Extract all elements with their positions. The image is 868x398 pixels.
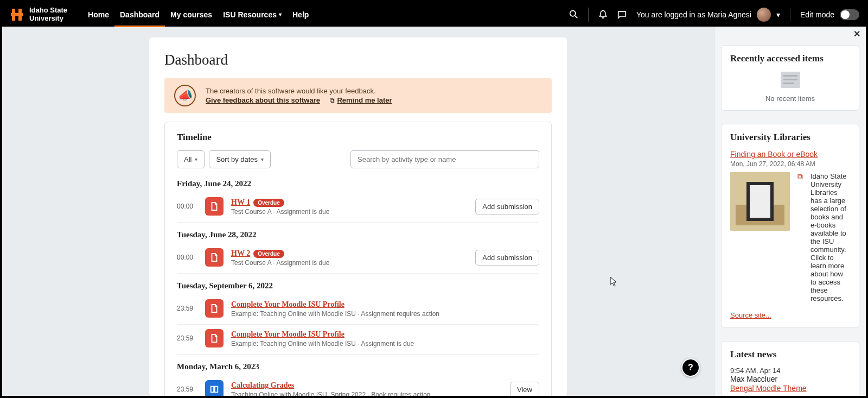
day-header: Monday, March 6, 2023	[177, 362, 539, 371]
activity-time: 23:59	[177, 334, 197, 342]
add-submission-button[interactable]: Add submission	[475, 250, 539, 266]
activity-subtext: Example: Teaching Online with Moodle ISU…	[231, 340, 539, 348]
filter-dropdown[interactable]: All ▾	[177, 150, 205, 168]
external-link-icon: ⧉	[330, 97, 335, 104]
timeline-block: Timeline All ▾ Sort by dates ▾ Friday, J…	[164, 122, 552, 396]
assignment-icon	[205, 248, 224, 267]
dashboard-card: Dashboard 📣 The creators of this softwar…	[149, 37, 567, 396]
chevron-down-icon: ▾	[261, 156, 264, 162]
brand-mark-icon	[9, 7, 25, 23]
nav-help[interactable]: Help	[287, 2, 314, 27]
activity-row: 00:00HW 1OverdueTest Course A · Assignme…	[177, 193, 539, 223]
nav-my-courses[interactable]: My courses	[165, 2, 218, 27]
activity-time: 00:00	[177, 203, 197, 210]
activity-body: HW 1OverdueTest Course A · Assignment is…	[231, 197, 468, 216]
topbar-right: You are logged in as Maria Agnesi ▾ Edit…	[569, 8, 859, 22]
close-icon[interactable]: ✕	[853, 29, 860, 39]
libraries-title: University Libraries	[730, 132, 850, 143]
activity-row: 23:59Complete Your Moodle ISU ProfileExa…	[177, 295, 539, 325]
latest-news-block: Latest news 9:54 AM, Apr 14 Max Maccluer…	[721, 341, 859, 396]
chevron-down-icon: ▾	[279, 11, 282, 17]
toggle-switch[interactable]	[840, 9, 859, 20]
recently-accessed-block: Recently accessed items No recent items	[721, 45, 859, 111]
scrollbar[interactable]	[714, 27, 714, 222]
remind-later-link[interactable]: Remind me later	[337, 96, 392, 104]
feedback-link[interactable]: Give feedback about this software	[206, 96, 320, 104]
help-fab[interactable]: ?	[681, 358, 700, 377]
activity-title-link[interactable]: HW 2	[231, 249, 250, 257]
edit-mode-label: Edit mode	[800, 10, 834, 19]
svg-point-3	[570, 11, 576, 16]
main-region: Dashboard 📣 The creators of this softwar…	[2, 27, 714, 396]
right-sidebar: ✕ Recently accessed items No recent item…	[714, 27, 866, 396]
sort-label: Sort by dates	[216, 155, 258, 163]
library-article-date: Mon, Jun 27, 2022, 06:48 AM	[730, 160, 850, 168]
news-headline-link[interactable]: Bengal Moodle Theme	[730, 384, 807, 393]
user-menu[interactable]: You are logged in as Maria Agnesi ▾	[636, 8, 780, 22]
search-icon[interactable]	[569, 10, 578, 19]
book-icon	[205, 380, 224, 396]
activity-time: 23:59	[177, 305, 197, 312]
day-header: Tuesday, September 6, 2022	[177, 281, 539, 290]
banner-text: The creators of this software would like…	[206, 87, 400, 95]
bell-icon[interactable]	[598, 10, 608, 19]
library-body: Idaho State University Libraries has a l…	[810, 172, 850, 302]
login-status: You are logged in as Maria Agnesi	[636, 10, 751, 19]
activity-body: Calculating GradesTeaching Online with M…	[231, 380, 502, 396]
timeline-title: Timeline	[177, 132, 539, 143]
news-time: 9:54 AM, Apr 14	[730, 367, 850, 375]
divider	[790, 8, 790, 22]
activity-title-link[interactable]: Complete Your Moodle ISU Profile	[231, 300, 344, 308]
activity-subtext: Test Course A · Assignment is due	[231, 259, 468, 267]
activity-title-link[interactable]: Complete Your Moodle ISU Profile	[231, 330, 344, 338]
svg-rect-12	[750, 185, 770, 218]
recent-empty: No recent items	[730, 94, 850, 103]
view-button[interactable]: View	[510, 382, 539, 396]
avatar	[757, 8, 771, 22]
activity-title-link[interactable]: Calculating Grades	[231, 381, 294, 389]
svg-rect-7	[783, 79, 797, 80]
svg-rect-8	[783, 83, 794, 84]
activity-subtext: Test Course A · Assignment is due	[231, 208, 468, 216]
edit-mode-toggle[interactable]: Edit mode	[800, 9, 859, 20]
topbar: Idaho StateUniversity Home Dashboard My …	[2, 2, 866, 27]
libraries-block: University Libraries Finding an Book or …	[721, 124, 859, 328]
news-author: Max Maccluer	[730, 375, 850, 383]
external-link-icon[interactable]: ⧉	[797, 172, 803, 181]
activity-row: 23:59Complete Your Moodle ISU ProfileExa…	[177, 325, 539, 355]
page-title: Dashboard	[164, 52, 552, 68]
nav-dashboard[interactable]: Dashboard	[114, 2, 165, 27]
library-article-link[interactable]: Finding an Book or eBook	[730, 150, 818, 159]
day-header: Tuesday, June 28, 2022	[177, 230, 539, 239]
search-input[interactable]	[350, 150, 539, 168]
activity-body: HW 2OverdueTest Course A · Assignment is…	[231, 248, 468, 267]
activity-row: 00:00HW 2OverdueTest Course A · Assignme…	[177, 244, 539, 274]
brand-name: Idaho StateUniversity	[29, 7, 67, 22]
divider	[588, 8, 589, 22]
chevron-down-icon: ▾	[776, 10, 780, 19]
chevron-down-icon: ▾	[195, 156, 197, 162]
sort-dropdown[interactable]: Sort by dates ▾	[209, 150, 271, 168]
library-thumbnail	[730, 172, 790, 231]
activity-subtext: Teaching Online with Moodle ISU, Spring …	[231, 391, 502, 396]
recent-title: Recently accessed items	[730, 53, 850, 64]
brand-logo[interactable]: Idaho StateUniversity	[9, 7, 67, 23]
nav-isu-resources[interactable]: ISU Resources▾	[218, 2, 287, 27]
overdue-badge: Overdue	[253, 199, 284, 207]
day-header: Friday, June 24, 2022	[177, 179, 539, 188]
nav-home[interactable]: Home	[82, 2, 114, 27]
assignment-icon	[205, 197, 224, 216]
timeline-list: Friday, June 24, 202200:00HW 1OverdueTes…	[177, 179, 539, 396]
timeline-controls: All ▾ Sort by dates ▾	[177, 150, 539, 168]
add-submission-button[interactable]: Add submission	[475, 199, 539, 214]
assignment-icon	[205, 329, 224, 348]
feedback-banner: 📣 The creators of this software would li…	[164, 78, 552, 113]
news-title: Latest news	[730, 349, 850, 360]
source-site-link[interactable]: Source site...	[730, 311, 771, 319]
page-body: Dashboard 📣 The creators of this softwar…	[2, 27, 866, 396]
assignment-icon	[205, 299, 224, 318]
chat-icon[interactable]	[617, 10, 627, 19]
activity-subtext: Example: Teaching Online with Moodle ISU…	[231, 310, 539, 318]
filter-label: All	[184, 155, 192, 163]
activity-title-link[interactable]: HW 1	[231, 198, 250, 206]
